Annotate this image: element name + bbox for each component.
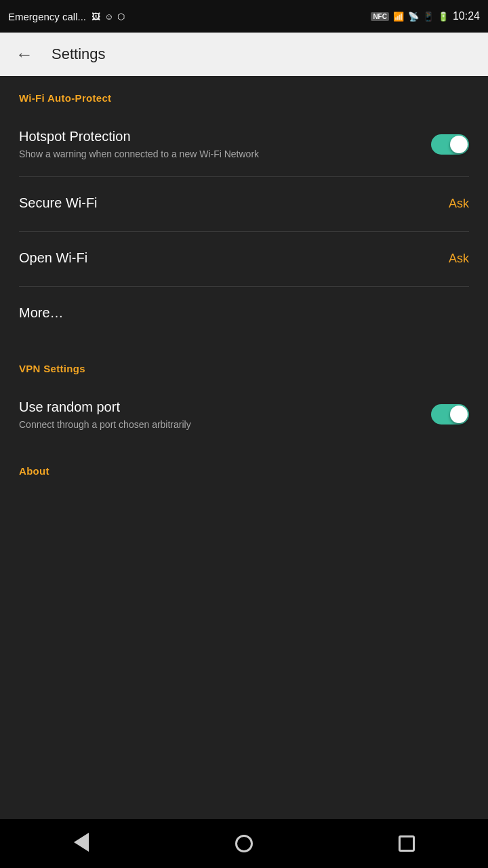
nav-home-icon — [235, 835, 253, 852]
vpn-section-title: VPN Settings — [19, 363, 85, 374]
status-time: 10:24 — [453, 10, 480, 22]
open-wifi-ask[interactable]: Ask — [449, 252, 469, 266]
open-wifi-item[interactable]: Open Wi-Fi Ask — [0, 232, 488, 286]
status-notification-icons: 🖼 ☺ ⬡ — [92, 12, 125, 22]
hotspot-protection-toggle-knob — [450, 136, 468, 153]
random-port-title: Use random port — [19, 398, 418, 416]
back-arrow-icon: ← — [16, 44, 33, 65]
secure-wifi-title: Secure Wi-Fi — [19, 194, 435, 212]
nav-recents-icon — [399, 835, 415, 852]
nav-bar — [0, 819, 488, 868]
more-title: More… — [19, 304, 455, 321]
emergency-call-text: Emergency call... — [8, 11, 86, 22]
sim-icon: 📱 — [423, 12, 434, 22]
status-right-icons: NFC 📶 📡 📱 🔋 10:24 — [371, 10, 480, 22]
secure-wifi-item[interactable]: Secure Wi-Fi Ask — [0, 177, 488, 231]
more-item[interactable]: More… — [0, 287, 488, 341]
random-port-item[interactable]: Use random port Connect through a port c… — [0, 383, 488, 447]
about-section-title: About — [19, 465, 49, 477]
nav-back-button[interactable] — [54, 819, 108, 868]
wifi-section-header: Wi-Fi Auto-Protect — [0, 76, 488, 113]
nav-home-button[interactable] — [217, 819, 271, 868]
battery-icon: 🔋 — [438, 12, 449, 22]
nav-recents-button[interactable] — [380, 819, 434, 868]
hotspot-protection-toggle[interactable] — [431, 134, 469, 155]
back-button[interactable]: ← — [11, 41, 38, 68]
hotspot-protection-item[interactable]: Hotspot Protection Show a warning when c… — [0, 113, 488, 176]
hotspot-protection-subtitle: Show a warning when connected to a new W… — [19, 148, 418, 161]
wifi-icon: 📡 — [408, 12, 419, 22]
random-port-content: Use random port Connect through a port c… — [19, 398, 431, 432]
open-wifi-title: Open Wi-Fi — [19, 249, 435, 267]
random-port-toggle-knob — [450, 406, 468, 423]
page-title: Settings — [52, 45, 106, 63]
random-port-subtitle: Connect through a port chosen arbitraril… — [19, 418, 418, 432]
nav-back-icon — [74, 833, 89, 854]
settings-content: Wi-Fi Auto-Protect Hotspot Protection Sh… — [0, 76, 488, 819]
random-port-toggle[interactable] — [431, 404, 469, 425]
hotspot-protection-title: Hotspot Protection — [19, 127, 418, 145]
secure-wifi-content: Secure Wi-Fi — [19, 194, 449, 214]
face-icon: ☺ — [104, 12, 113, 22]
status-bar: Emergency call... 🖼 ☺ ⬡ NFC 📶 📡 📱 🔋 10:2… — [0, 0, 488, 33]
signal-icon: 📶 — [393, 12, 404, 22]
photo-icon: 🖼 — [92, 12, 100, 22]
more-content: More… — [19, 304, 469, 324]
open-wifi-content: Open Wi-Fi — [19, 249, 449, 269]
status-left: Emergency call... 🖼 ☺ ⬡ — [8, 11, 125, 22]
android-icon: ⬡ — [117, 12, 125, 22]
vpn-section-header: VPN Settings — [0, 341, 488, 383]
nfc-icon: NFC — [371, 12, 389, 21]
hotspot-protection-content: Hotspot Protection Show a warning when c… — [19, 127, 431, 161]
app-bar: ← Settings — [0, 33, 488, 76]
secure-wifi-ask[interactable]: Ask — [449, 197, 469, 211]
about-section-header: About — [0, 446, 488, 483]
wifi-section-title: Wi-Fi Auto-Protect — [19, 92, 111, 104]
